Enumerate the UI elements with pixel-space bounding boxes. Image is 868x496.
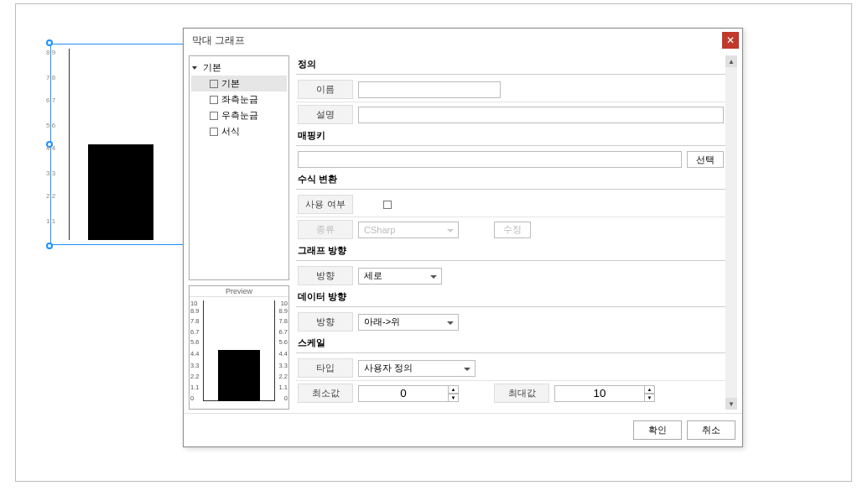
mapping-select-button[interactable]: 선택 [687, 151, 724, 168]
main-scroll-area: 정의 이름 설명 매핑키 선택 수식 변 [296, 55, 725, 410]
close-icon: ✕ [726, 34, 735, 46]
graph-dir-dropdown[interactable]: 세로 [358, 268, 442, 285]
cancel-button[interactable]: 취소 [687, 420, 735, 440]
chevron-down-icon [192, 66, 197, 70]
bg-tick: 5.6 [46, 122, 55, 129]
preview-axis-right: 0 1.1 2.2 3.3 4.4 5.6 6.7 7.8 8.9 10 [274, 300, 288, 401]
bg-tick: 2.2 [46, 192, 55, 200]
main-panel: 정의 이름 설명 매핑키 선택 수식 변 [296, 55, 737, 410]
bar-graph-dialog: 막대 그래프 ✕ 기본 기본 좌측눈금 [183, 28, 743, 447]
preview-panel: Preview 0 1.1 2.2 3.3 4.4 5.6 6.7 7.8 8.… [189, 285, 289, 410]
tree-item-left-scale[interactable]: 좌측눈금 [191, 91, 287, 107]
name-input[interactable] [358, 81, 501, 98]
dialog-footer: 확인 취소 [184, 413, 742, 446]
section-formula-title: 수식 변환 [296, 170, 725, 188]
tree-item-label: 기본 [221, 77, 240, 90]
checkbox-icon[interactable] [210, 128, 218, 136]
ok-button[interactable]: 확인 [633, 420, 682, 440]
row-scale-minmax: 최소값 ▲▼ 최대값 ▲▼ [296, 381, 725, 405]
section-graph-dir-title: 그래프 방향 [296, 242, 725, 259]
spinner-down-icon[interactable]: ▼ [645, 394, 655, 402]
graph-dir-label: 방향 [298, 266, 353, 285]
scroll-up-icon[interactable]: ▲ [725, 55, 737, 67]
section-data-dir-title: 데이터 방향 [296, 288, 725, 305]
desc-label: 설명 [298, 105, 353, 124]
dialog-close-button[interactable]: ✕ [722, 32, 739, 49]
tree-item-right-scale[interactable]: 우측눈금 [191, 107, 287, 123]
dialog-title-text: 막대 그래프 [192, 34, 245, 48]
scale-type-label: 타입 [298, 358, 353, 378]
row-formula-type: 종류 CSharp 수정 [296, 217, 725, 242]
tree-item-label: 우측눈금 [221, 109, 258, 122]
tree-item-label: 좌측눈금 [221, 93, 258, 106]
row-mapping: 선택 [296, 149, 725, 170]
selection-handle-tl[interactable] [46, 39, 53, 46]
scale-type-dropdown[interactable]: 사용자 정의 [358, 360, 476, 377]
data-dir-dropdown[interactable]: 아래->위 [358, 314, 459, 331]
checkbox-icon[interactable] [210, 112, 218, 120]
bg-tick: 4.4 [46, 144, 55, 152]
name-label: 이름 [298, 80, 353, 99]
preview-chart: 0 1.1 2.2 3.3 4.4 5.6 6.7 7.8 8.9 10 0 1… [190, 297, 288, 405]
checkbox-icon[interactable] [210, 80, 218, 88]
dialog-body: 기본 기본 좌측눈금 우측눈금 [184, 52, 742, 413]
vertical-scrollbar[interactable]: ▲ ▼ [725, 55, 737, 410]
bg-tick: 8.9 [46, 49, 55, 56]
scroll-down-icon[interactable]: ▼ [725, 398, 737, 410]
scale-max-spinner[interactable]: ▲▼ [554, 385, 655, 402]
formula-type-dropdown[interactable]: CSharp [358, 222, 459, 238]
section-definition-title: 정의 [296, 55, 725, 73]
row-formula-use: 사용 여부 [296, 192, 725, 217]
spinner-down-icon[interactable]: ▼ [449, 394, 459, 402]
mapping-key-input[interactable] [298, 151, 682, 168]
tree-item-label: 서식 [221, 125, 240, 138]
dialog-titlebar: 막대 그래프 ✕ [184, 29, 742, 52]
spinner-up-icon[interactable]: ▲ [449, 385, 459, 394]
selection-handle-bl[interactable] [46, 243, 53, 249]
tree-root-label: 기본 [203, 61, 221, 74]
row-desc: 설명 [296, 102, 725, 127]
section-mapping-title: 매핑키 [296, 127, 725, 144]
scale-min-input[interactable] [358, 385, 449, 402]
background-chart-selection[interactable]: 8.9 7.8 6.7 5.6 4.4 3.3 2.2 1.1 [50, 44, 188, 245]
formula-use-checkbox[interactable] [383, 201, 392, 209]
preview-axis-left: 0 1.1 2.2 3.3 4.4 5.6 6.7 7.8 8.9 10 [190, 300, 204, 401]
bg-tick: 7.8 [46, 74, 55, 81]
preview-bar [218, 350, 260, 401]
row-graph-dir: 방향 세로 [296, 264, 725, 288]
tree-item-basic[interactable]: 기본 [191, 76, 287, 91]
scale-max-label: 최대값 [494, 384, 549, 403]
scale-min-label: 최소값 [298, 384, 353, 403]
desc-input[interactable] [358, 107, 724, 123]
scale-max-input[interactable] [554, 385, 645, 402]
checkbox-icon[interactable] [210, 96, 218, 104]
formula-edit-button[interactable]: 수정 [494, 222, 531, 238]
row-data-dir: 방향 아래->위 [296, 310, 725, 334]
spinner-up-icon[interactable]: ▲ [645, 385, 655, 394]
formula-type-label: 종류 [298, 220, 353, 239]
tree-item-format[interactable]: 서식 [191, 123, 287, 139]
bg-bar [88, 144, 153, 240]
bg-tick: 6.7 [46, 97, 55, 104]
row-name: 이름 [296, 77, 725, 102]
bg-chart-axis: 8.9 7.8 6.7 5.6 4.4 3.3 2.2 1.1 [69, 49, 183, 240]
bg-tick: 3.3 [46, 170, 55, 177]
section-scale-title: 스케일 [296, 334, 725, 352]
sidebar: 기본 기본 좌측눈금 우측눈금 [189, 55, 289, 410]
data-dir-label: 방향 [298, 312, 353, 332]
tree-panel: 기본 기본 좌측눈금 우측눈금 [189, 55, 289, 280]
tree-root-item[interactable]: 기본 [191, 60, 287, 76]
scale-min-spinner[interactable]: ▲▼ [358, 385, 459, 402]
preview-title: Preview [190, 286, 288, 297]
bg-tick: 1.1 [46, 217, 55, 225]
row-scale-type: 타입 사용자 정의 [296, 356, 725, 380]
formula-use-label: 사용 여부 [298, 195, 353, 214]
